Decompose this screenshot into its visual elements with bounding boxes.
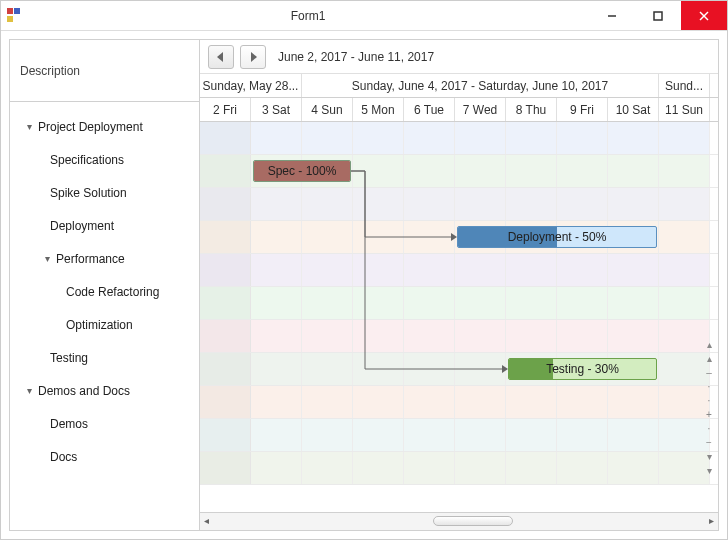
timeline-cell[interactable]	[353, 320, 404, 352]
timeline-cell[interactable]	[251, 122, 302, 154]
timeline-cell[interactable]	[404, 353, 455, 385]
timeline-cell[interactable]	[353, 155, 404, 187]
timeline-cell[interactable]	[353, 188, 404, 220]
timeline-cell[interactable]	[455, 320, 506, 352]
timeline-cell[interactable]	[200, 320, 251, 352]
task-tree-row[interactable]: Deployment	[10, 209, 199, 242]
timeline-cell[interactable]	[608, 287, 659, 319]
timeline-cell[interactable]	[200, 254, 251, 286]
timeline-cell[interactable]	[608, 452, 659, 484]
timeline-cell[interactable]	[608, 122, 659, 154]
timeline-cell[interactable]	[302, 320, 353, 352]
timeline-cell[interactable]	[506, 452, 557, 484]
timeline-cell[interactable]	[353, 353, 404, 385]
timeline-cell[interactable]	[251, 254, 302, 286]
timeline-cell[interactable]	[200, 221, 251, 253]
timeline-cell[interactable]	[353, 254, 404, 286]
timeline-cell[interactable]	[404, 287, 455, 319]
timeline-cell[interactable]	[659, 287, 710, 319]
timeline-cell[interactable]	[455, 353, 506, 385]
day-header[interactable]: 7 Wed	[455, 98, 506, 121]
timeline-cell[interactable]	[506, 254, 557, 286]
timeline-cell[interactable]	[251, 221, 302, 253]
task-tree-row[interactable]: ▾Project Deployment	[10, 110, 199, 143]
timeline-cell[interactable]	[353, 452, 404, 484]
timeline-cell[interactable]	[506, 320, 557, 352]
timeline-cell[interactable]	[302, 386, 353, 418]
timeline-cell[interactable]	[608, 188, 659, 220]
timeline-cell[interactable]	[251, 320, 302, 352]
day-header[interactable]: 5 Mon	[353, 98, 404, 121]
task-tree-row[interactable]: Demos	[10, 407, 199, 440]
timeline-cell[interactable]	[557, 188, 608, 220]
task-tree-row[interactable]: Docs	[10, 440, 199, 473]
task-tree-row[interactable]: ▾Performance	[10, 242, 199, 275]
expand-caret-icon[interactable]: ▾	[24, 385, 34, 396]
gantt-bar-testing[interactable]: Testing - 30%	[508, 358, 657, 380]
timeline-cell[interactable]	[302, 353, 353, 385]
prev-range-button[interactable]	[208, 45, 234, 69]
timeline-cell[interactable]	[455, 155, 506, 187]
timeline-cell[interactable]	[557, 419, 608, 451]
timeline-cell[interactable]	[557, 386, 608, 418]
expand-caret-icon[interactable]: ▾	[42, 253, 52, 264]
task-tree-row[interactable]: Code Refactoring	[10, 275, 199, 308]
timeline-cell[interactable]	[200, 287, 251, 319]
timeline-cell[interactable]	[251, 287, 302, 319]
timeline-cell[interactable]	[455, 188, 506, 220]
zoom-slider[interactable]: ▴ ▴ – · · + · − ▾ ▾	[702, 340, 716, 476]
timeline-cell[interactable]	[659, 188, 710, 220]
timeline-cell[interactable]	[608, 419, 659, 451]
timeline-cell[interactable]	[506, 122, 557, 154]
gantt-bar-spec[interactable]: Spec - 100%	[253, 160, 351, 182]
timeline-cell[interactable]	[404, 419, 455, 451]
scroll-right-icon[interactable]: ▸	[709, 515, 714, 526]
timeline-cell[interactable]	[404, 155, 455, 187]
day-header[interactable]: 3 Sat	[251, 98, 302, 121]
timeline-cell[interactable]	[659, 221, 710, 253]
day-header[interactable]: 4 Sun	[302, 98, 353, 121]
task-tree-row[interactable]: Testing	[10, 341, 199, 374]
timeline-cell[interactable]	[353, 419, 404, 451]
expand-caret-icon[interactable]: ▾	[24, 121, 34, 132]
timeline-cell[interactable]	[404, 221, 455, 253]
minimize-button[interactable]	[589, 1, 635, 30]
timeline-cell[interactable]	[455, 122, 506, 154]
timeline-cell[interactable]	[404, 452, 455, 484]
timeline-cell[interactable]	[302, 254, 353, 286]
timeline-cell[interactable]	[404, 320, 455, 352]
timeline-cell[interactable]	[302, 122, 353, 154]
timeline-cell[interactable]	[251, 386, 302, 418]
timeline-cell[interactable]	[455, 287, 506, 319]
timeline-cell[interactable]	[302, 419, 353, 451]
timeline-cell[interactable]	[200, 419, 251, 451]
gantt-bar-deployment[interactable]: Deployment - 50%	[457, 226, 657, 248]
timeline-cell[interactable]	[302, 221, 353, 253]
timeline-cell[interactable]	[557, 287, 608, 319]
timeline-cell[interactable]	[455, 254, 506, 286]
timeline-cell[interactable]	[200, 452, 251, 484]
timeline-cell[interactable]	[302, 452, 353, 484]
timeline-cell[interactable]	[200, 188, 251, 220]
timeline-cell[interactable]	[557, 452, 608, 484]
day-header[interactable]: 11 Sun	[659, 98, 710, 121]
timeline-cell[interactable]	[659, 122, 710, 154]
timeline-cell[interactable]	[455, 419, 506, 451]
timeline-cell[interactable]	[200, 353, 251, 385]
timeline-cell[interactable]	[404, 254, 455, 286]
task-tree-row[interactable]: Optimization	[10, 308, 199, 341]
timeline-cell[interactable]	[404, 386, 455, 418]
timeline-cell[interactable]	[200, 122, 251, 154]
next-range-button[interactable]	[240, 45, 266, 69]
timeline-grid[interactable]: Spec - 100%Deployment - 50%Testing - 30%	[200, 122, 718, 512]
timeline-cell[interactable]	[455, 452, 506, 484]
timeline-cell[interactable]	[200, 386, 251, 418]
timeline-cell[interactable]	[353, 221, 404, 253]
timeline-cell[interactable]	[557, 254, 608, 286]
timeline-cell[interactable]	[251, 452, 302, 484]
task-tree-row[interactable]: Spike Solution	[10, 176, 199, 209]
task-tree-row[interactable]: Specifications	[10, 143, 199, 176]
day-header[interactable]: 8 Thu	[506, 98, 557, 121]
timeline-cell[interactable]	[455, 386, 506, 418]
timeline-cell[interactable]	[557, 122, 608, 154]
